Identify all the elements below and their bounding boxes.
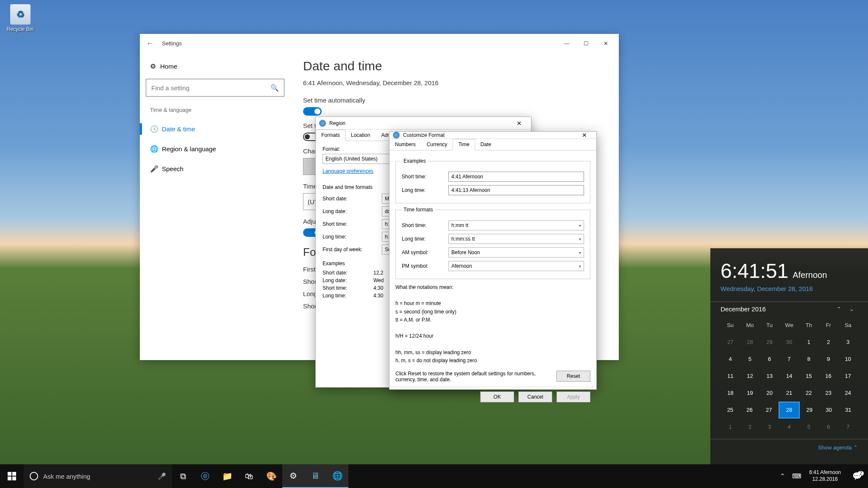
close-button[interactable]: ✕	[596, 37, 615, 50]
show-agenda-link[interactable]: Show agenda ⌃	[721, 444, 858, 451]
tab-currency[interactable]: Currency	[421, 139, 453, 150]
calendar-day[interactable]: 6	[818, 419, 838, 435]
taskbar-control-panel[interactable]: 🖥	[304, 464, 326, 488]
calendar-day[interactable]: 5	[799, 419, 818, 435]
calendar-day[interactable]: 23	[818, 385, 838, 402]
custfmt-titlebar: Customize Format ✕	[389, 132, 596, 139]
calendar-day[interactable]: 27	[721, 334, 740, 351]
taskbar-settings[interactable]: ⚙	[282, 464, 304, 488]
calendar-prev[interactable]: ⌃	[832, 306, 845, 312]
calendar-day[interactable]: 3	[838, 334, 858, 351]
taskbar-region[interactable]: 🌐	[326, 464, 348, 488]
calendar-day[interactable]: 11	[721, 368, 740, 385]
minimize-button[interactable]: —	[557, 37, 576, 50]
calendar-day[interactable]: 19	[740, 385, 760, 402]
taskbar-store[interactable]: 🛍	[238, 464, 260, 488]
taskbar-paint[interactable]: 🎨	[260, 464, 282, 488]
calendar-day[interactable]: 9	[818, 351, 838, 368]
nav-speech[interactable]: 🎤 Speech	[146, 159, 284, 179]
calendar-day[interactable]: 8	[799, 351, 818, 368]
cancel-button[interactable]: Cancel	[518, 391, 552, 402]
calendar-day[interactable]: 7	[779, 351, 799, 368]
taskbar-clock[interactable]: 6:41 Afernoon 12.28.2016	[804, 469, 846, 482]
calendar-day[interactable]: 31	[838, 402, 858, 419]
calendar-day[interactable]: 12	[740, 368, 760, 385]
tray-chevron[interactable]: ⌃	[775, 472, 790, 480]
calendar-day[interactable]: 16	[818, 368, 838, 385]
nav-date-time[interactable]: 🕓 Date & time	[146, 119, 284, 139]
globe-icon	[393, 132, 400, 139]
cortana-search[interactable]: Ask me anything 🎤	[24, 464, 172, 488]
calendar-day[interactable]: 29	[800, 402, 819, 419]
calendar-next[interactable]: ⌄	[845, 306, 858, 312]
clock-flyout: 6:41:51 Afernoon Wednesday, December 28,…	[710, 248, 868, 464]
calendar-day[interactable]: 29	[760, 334, 779, 351]
pm-symbol-dropdown[interactable]: Afernoon	[448, 261, 584, 271]
calendar-day[interactable]: 2	[740, 419, 760, 435]
taskbar-explorer[interactable]: 📁	[216, 464, 238, 488]
long-time-format-dropdown[interactable]: h:mm:ss tt	[448, 234, 584, 244]
nav-region-language[interactable]: 🌐 Region & language	[146, 139, 284, 159]
tab-numbers[interactable]: Numbers	[389, 139, 421, 150]
settings-search[interactable]: 🔍	[146, 79, 284, 97]
calendar-day[interactable]: 24	[838, 385, 858, 402]
windows-icon	[8, 472, 16, 480]
custfmt-footer: OK Cancel Apply	[389, 387, 596, 407]
calendar-day[interactable]: 26	[740, 402, 760, 419]
calendar-day[interactable]: 15	[799, 368, 818, 385]
short-time-format-dropdown[interactable]: h:mm tt	[448, 220, 584, 230]
task-view-button[interactable]: ⧉	[172, 464, 194, 488]
calendar-day[interactable]: 17	[838, 368, 858, 385]
home-label: Home	[160, 63, 177, 70]
calendar-day[interactable]: 6	[760, 351, 779, 368]
tab-time[interactable]: Time	[453, 139, 475, 150]
calendar-day[interactable]: 3	[760, 419, 779, 435]
tray-keyboard-icon[interactable]: ⌨	[790, 472, 804, 480]
calendar-day[interactable]: 27	[759, 402, 779, 419]
apply-button[interactable]: Apply	[556, 391, 590, 402]
page-title: Date and time	[303, 59, 606, 73]
set-time-auto-toggle[interactable]	[303, 107, 322, 116]
calendar-day[interactable]: 4	[721, 351, 740, 368]
settings-search-input[interactable]	[151, 84, 270, 92]
calendar-day[interactable]: 20	[760, 385, 779, 402]
calendar-day[interactable]: 22	[799, 385, 818, 402]
region-close-button[interactable]: ✕	[511, 120, 528, 127]
action-center-button[interactable]: 💬2	[846, 471, 868, 481]
calendar-day[interactable]: 13	[760, 368, 779, 385]
taskbar: Ask me anything 🎤 ⧉ ⓔ 📁 🛍 🎨 ⚙ 🖥 🌐 ⌃ ⌨ 6:…	[0, 464, 868, 488]
calendar-month[interactable]: December 2016	[721, 305, 832, 313]
calendar-day[interactable]: 30	[779, 334, 799, 351]
custfmt-close-button[interactable]: ✕	[576, 132, 593, 139]
calendar-day[interactable]: 21	[779, 385, 799, 402]
calendar-day[interactable]: 10	[838, 351, 858, 368]
calendar-day[interactable]: 5	[740, 351, 760, 368]
home-nav[interactable]: ⚙ Home	[146, 57, 284, 75]
tab-formats[interactable]: Formats	[316, 130, 345, 141]
calendar-day[interactable]: 2	[818, 334, 838, 351]
calendar-day[interactable]: 25	[721, 402, 740, 419]
am-symbol-dropdown[interactable]: Before Noon	[448, 247, 584, 258]
calendar-day[interactable]: 14	[779, 368, 799, 385]
back-button[interactable]: ←	[143, 39, 157, 48]
calendar-day[interactable]: 28	[779, 402, 800, 419]
mic-icon[interactable]: 🎤	[158, 472, 166, 480]
recycle-bin-icon	[10, 4, 31, 25]
calendar-day[interactable]: 1	[721, 419, 740, 435]
calendar-day[interactable]: 1	[799, 334, 818, 351]
calendar-day[interactable]: 4	[779, 419, 799, 435]
calendar-day[interactable]: 28	[740, 334, 760, 351]
tab-location[interactable]: Location	[345, 130, 376, 141]
flyout-date-link[interactable]: Wednesday, December 28, 2016	[721, 285, 858, 292]
tab-date[interactable]: Date	[475, 139, 497, 150]
calendar-day[interactable]: 30	[819, 402, 839, 419]
maximize-button[interactable]: ☐	[576, 37, 596, 50]
calendar-day[interactable]: 7	[838, 419, 858, 435]
reset-button[interactable]: Reset	[556, 371, 590, 382]
ok-button[interactable]: OK	[480, 391, 514, 402]
calendar-day[interactable]: 18	[721, 385, 740, 402]
language-preferences-link[interactable]: Language preferences	[323, 168, 373, 174]
start-button[interactable]	[0, 464, 24, 488]
recycle-bin[interactable]: Recycle Bin	[4, 4, 36, 32]
taskbar-edge[interactable]: ⓔ	[194, 464, 216, 488]
